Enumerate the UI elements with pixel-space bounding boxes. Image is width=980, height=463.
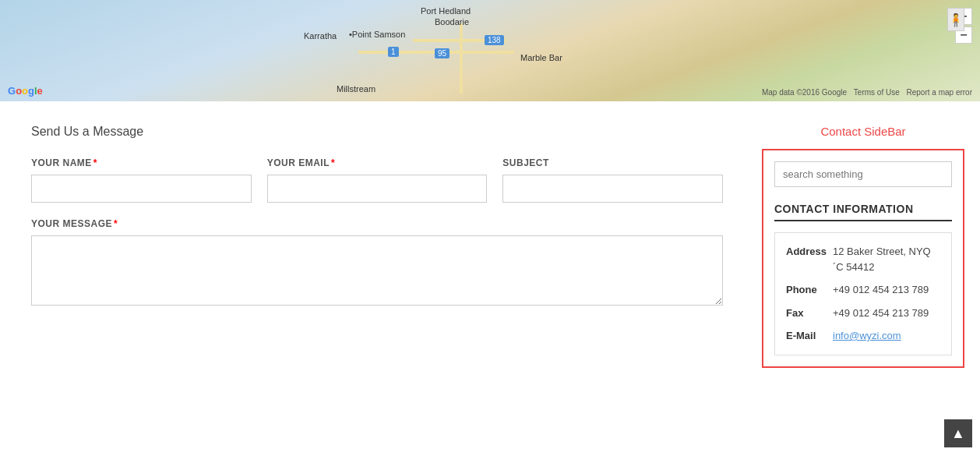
form-row-top: YOUR NAME* YOUR EMAIL* SUBJECT xyxy=(31,157,723,203)
map-label-port-hedland: Port Hedland xyxy=(421,6,471,16)
phone-row: Phone +49 012 454 213 789 xyxy=(786,282,940,298)
email-link[interactable]: info@wyzi.com xyxy=(833,328,940,344)
map-road xyxy=(460,23,463,94)
map-terms-link[interactable]: Terms of Use xyxy=(854,88,900,97)
map-label-point-samson: •Point Samson xyxy=(349,30,405,39)
fax-row: Fax +49 012 454 213 789 xyxy=(786,306,940,321)
google-logo: Google xyxy=(8,85,43,97)
phone-value: +49 012 454 213 789 xyxy=(833,282,940,298)
form-group-email: YOUR EMAIL* xyxy=(267,157,488,203)
map-badge-138: 138 xyxy=(485,35,504,45)
map-badge-95: 95 xyxy=(435,48,449,58)
map-person-icon[interactable]: 🧍 xyxy=(947,8,964,31)
map-report-link[interactable]: Report a map error xyxy=(907,88,972,97)
contact-form-section: Send Us a Message YOUR NAME* YOUR EMAIL*… xyxy=(0,125,754,368)
form-group-subject: SUBJECT xyxy=(502,157,723,203)
map-controls: 🧍 + − xyxy=(955,8,972,44)
name-required-star: * xyxy=(93,157,97,168)
email-required-star: * xyxy=(331,157,335,168)
email-input[interactable] xyxy=(267,175,488,203)
address-value: 12 Baker Street, NYQ´C 54412 xyxy=(833,244,940,274)
name-input[interactable] xyxy=(31,175,252,203)
sidebar-box: CONTACT INFORMATION Address 12 Baker Str… xyxy=(762,149,964,368)
message-textarea[interactable] xyxy=(31,235,723,306)
form-group-name: YOUR NAME* xyxy=(31,157,252,203)
address-row: Address 12 Baker Street, NYQ´C 54412 xyxy=(786,244,940,274)
contact-sidebar: Contact SideBar CONTACT INFORMATION Addr… xyxy=(754,125,980,368)
contact-info-box: Address 12 Baker Street, NYQ´C 54412 Pho… xyxy=(774,232,952,355)
map-background: Port Hedland Boodarie Karratha •Point Sa… xyxy=(0,0,980,101)
map-badge-1: 1 xyxy=(388,47,399,57)
subject-input[interactable] xyxy=(502,175,723,203)
map-label-boodarie: Boodarie xyxy=(435,17,469,27)
fax-label: Fax xyxy=(786,306,833,321)
phone-label: Phone xyxy=(786,282,833,298)
map-label-karratha: Karratha xyxy=(304,31,337,41)
name-label: YOUR NAME* xyxy=(31,157,252,168)
email-key-label: E-Mail xyxy=(786,328,833,344)
address-label: Address xyxy=(786,244,833,274)
page-content: Send Us a Message YOUR NAME* YOUR EMAIL*… xyxy=(0,101,980,391)
map-footer: Map data ©2016 Google Terms of Use Repor… xyxy=(762,88,972,97)
form-title: Send Us a Message xyxy=(31,125,723,139)
search-input[interactable] xyxy=(774,161,952,187)
message-section: YOUR MESSAGE* xyxy=(31,218,723,308)
email-row: E-Mail info@wyzi.com xyxy=(786,328,940,344)
map-container: Port Hedland Boodarie Karratha •Point Sa… xyxy=(0,0,980,101)
message-label: YOUR MESSAGE* xyxy=(31,218,723,229)
fax-value: +49 012 454 213 789 xyxy=(833,306,940,321)
sidebar-title: Contact SideBar xyxy=(762,125,964,138)
subject-label: SUBJECT xyxy=(502,157,723,168)
map-label-millstream: Millstream xyxy=(337,84,375,94)
message-required-star: * xyxy=(114,218,118,229)
contact-info-title: CONTACT INFORMATION xyxy=(774,203,952,221)
map-label-marble-bar: Marble Bar xyxy=(520,53,562,62)
email-label: YOUR EMAIL* xyxy=(267,157,488,168)
